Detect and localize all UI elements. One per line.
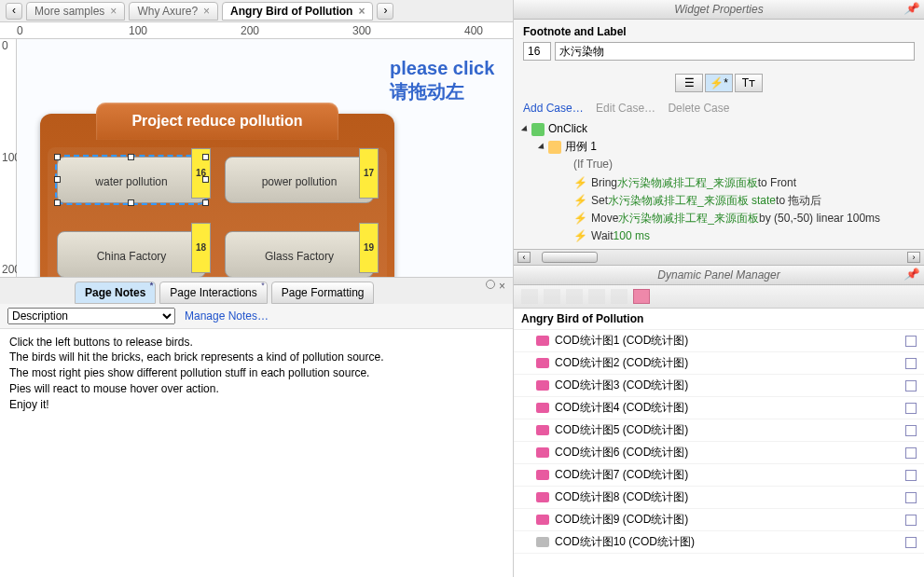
tab-angry-bird[interactable]: Angry Bird of Pollution × [222,2,373,21]
condition-row: (If True) [523,156,915,173]
resize-handle[interactable] [54,199,61,206]
edit-case-link[interactable]: Edit Case… [596,102,655,115]
scroll-thumb[interactable] [542,252,598,263]
dpm-item[interactable]: COD统计图10 (COD统计图) [514,531,924,554]
dpm-tool-4[interactable] [588,289,605,304]
footnote-number-input[interactable] [523,42,551,61]
button-label: Glass Factory [265,250,334,263]
dpm-tool-1[interactable] [521,289,538,304]
notes-textarea[interactable]: Click the left buttons to release birds.… [0,329,513,578]
folder-icon [536,380,549,391]
resize-handle[interactable] [128,199,134,206]
scroll-left-icon[interactable]: ‹ [517,252,531,263]
wp-subtabs: ☰ ⚡* Tᴛ [514,74,924,92]
expand-icon[interactable] [521,125,530,133]
dpm-item-label: COD统计图6 (COD统计图) [555,445,688,460]
action-row[interactable]: ⚡Set 水污染物减排工程_来源面板 state to 拖动后 [523,192,915,210]
dpm-item[interactable]: COD统计图3 (COD统计图) [514,375,924,397]
dpm-tool-3[interactable] [566,289,583,304]
resize-handle[interactable] [202,176,209,183]
button-label: water pollution [95,175,167,188]
pin-icon[interactable]: 📌 [904,268,918,281]
visibility-toggle[interactable] [905,470,917,481]
footnote-label-input[interactable] [555,42,915,61]
interactions-tree[interactable]: OnClick 用例 1 (If True) ⚡Bring 水污染物减排工程_来… [514,117,924,249]
close-icon[interactable]: × [110,5,117,18]
dpm-item-label: COD统计图5 (COD统计图) [555,422,688,438]
dpm-title: Dynamic Panel Manager 📌 [514,266,924,285]
action-row[interactable]: ⚡Bring 水污染物减排工程_来源面板 to Front [523,174,915,192]
folder-icon [536,425,549,435]
button-power-pollution[interactable]: power pollution 17 [225,157,374,203]
resize-handle[interactable] [202,154,209,160]
visibility-toggle[interactable] [905,380,917,392]
wp-tab-notes[interactable]: ☰ [675,74,703,92]
wp-tab-format[interactable]: Tᴛ [735,74,763,92]
close-icon[interactable]: × [499,280,505,293]
tab-label: Angry Bird of Pollution [230,5,352,18]
tab-more-samples[interactable]: More samples × [26,2,125,21]
footnote-badge: 18 [191,223,211,273]
button-water-pollution[interactable]: water pollution 16 [57,157,206,203]
visibility-toggle[interactable] [905,403,917,414]
tab-why-axure[interactable]: Why Axure? × [129,2,218,21]
case-row[interactable]: 用例 1 [523,138,915,156]
tab-page-interactions[interactable]: Page Interactions* [159,282,267,304]
dpm-item[interactable]: COD统计图7 (COD统计图) [514,464,924,487]
resize-handle[interactable] [202,199,209,206]
button-china-factory[interactable]: China Factory 18 [57,231,206,277]
tab-page-formatting[interactable]: Page Formatting [271,282,375,304]
dpm-item[interactable]: COD统计图4 (COD统计图) [514,397,924,419]
dpm-item[interactable]: COD统计图9 (COD统计图) [514,509,924,531]
pin-icon[interactable] [486,280,495,289]
dpm-list[interactable]: Angry Bird of Pollution COD统计图1 (COD统计图)… [514,309,924,577]
action-row[interactable]: ⚡Move 水污染物减排工程_来源面板 by (50,-50) linear 1… [523,210,915,227]
dpm-tool-5[interactable] [611,289,627,304]
footnote-badge: 19 [359,223,379,273]
dpm-item[interactable]: COD统计图2 (COD统计图) [514,352,924,375]
delete-case-link[interactable]: Delete Case [668,102,729,115]
resize-handle[interactable] [128,154,134,160]
visibility-toggle[interactable] [905,515,917,526]
resize-handle[interactable] [54,176,61,183]
dpm-item[interactable]: COD统计图6 (COD统计图) [514,442,924,464]
visibility-toggle[interactable] [905,425,917,436]
folder-icon [536,470,549,480]
close-icon[interactable]: × [203,5,210,18]
event-row[interactable]: OnClick [523,120,915,138]
description-select[interactable]: Description [7,308,175,324]
project-panel-widget[interactable]: Project reduce pollution water pollution… [40,114,394,277]
tab-page-notes[interactable]: Page Notes* [75,282,156,304]
expand-icon[interactable] [538,143,546,151]
visibility-toggle[interactable] [905,447,917,459]
visibility-toggle[interactable] [905,358,917,369]
horizontal-ruler: 0 100 200 300 400 [0,22,513,39]
horizontal-scrollbar[interactable]: ‹ › [514,249,924,266]
folder-icon [536,358,549,368]
visibility-toggle[interactable] [905,537,917,548]
footnote-badge: 17 [359,148,379,199]
tab-next-button[interactable]: › [377,3,393,20]
design-canvas[interactable]: please click 请拖动左 Project reduce polluti… [17,39,513,277]
resize-handle[interactable] [54,154,61,160]
action-row[interactable]: ⚡Wait 100 ms [523,227,915,245]
dpm-tool-2[interactable] [544,289,560,304]
dpm-item[interactable]: COD统计图5 (COD统计图) [514,419,924,442]
dpm-item[interactable]: COD统计图8 (COD统计图) [514,487,924,509]
visibility-toggle[interactable] [905,336,917,347]
pin-icon[interactable]: 📌 [904,2,918,15]
dpm-item[interactable]: COD统计图1 (COD统计图) [514,330,924,352]
dpm-tool-active[interactable] [633,289,650,304]
tab-prev-button[interactable]: ‹ [6,3,22,20]
dpm-root[interactable]: Angry Bird of Pollution [514,309,924,330]
scroll-right-icon[interactable]: › [907,252,920,263]
manage-notes-link[interactable]: Manage Notes… [185,309,269,323]
wp-tab-interactions[interactable]: ⚡* [705,74,733,92]
visibility-toggle[interactable] [905,492,917,503]
close-icon[interactable]: × [358,5,365,18]
button-glass-factory[interactable]: Glass Factory 19 [225,231,374,277]
add-case-link[interactable]: Add Case… [523,102,584,115]
tab-label: Why Axure? [137,5,198,18]
dpm-toolbar [514,285,924,309]
case-links: Add Case… Edit Case… Delete Case [514,100,924,117]
